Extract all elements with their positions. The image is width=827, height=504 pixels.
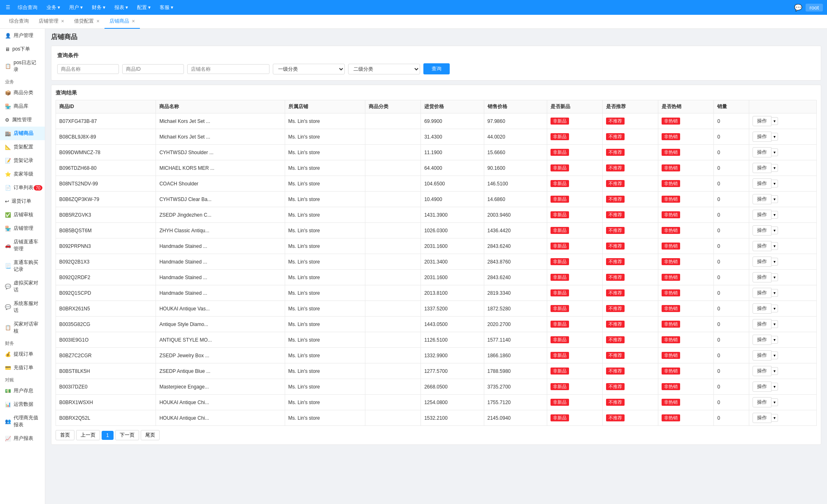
- operation-button[interactable]: 操作: [753, 147, 771, 157]
- hamburger-icon[interactable]: ☰: [4, 3, 12, 12]
- operation-button[interactable]: 操作: [753, 210, 771, 220]
- sidebar-item-seller-level[interactable]: ⭐ 卖家等级: [0, 167, 45, 181]
- sidebar-item-agent-report[interactable]: 👥 代理商充值报表: [0, 411, 45, 432]
- operation-button[interactable]: 操作: [753, 257, 771, 267]
- search-button[interactable]: 查询: [423, 63, 450, 74]
- operation-button[interactable]: 操作: [753, 163, 771, 173]
- sidebar-item-recharge[interactable]: 💳 充值订单: [0, 361, 45, 375]
- operation-button[interactable]: 操作: [753, 241, 771, 251]
- sidebar-item-buyer-audit[interactable]: 📋 买家对话审核: [0, 317, 45, 338]
- operation-dropdown-arrow[interactable]: ▾: [771, 305, 778, 312]
- operation-button[interactable]: 操作: [753, 225, 771, 236]
- operation-button[interactable]: 操作: [753, 350, 771, 361]
- sidebar-item-user-manage[interactable]: 👤 用户管理: [0, 29, 45, 42]
- next-page-btn[interactable]: 下一页: [115, 430, 139, 440]
- sidebar-item-operation-data[interactable]: 📊 运营数据: [0, 398, 45, 411]
- sidebar-item-store-goods[interactable]: 🏬 店铺商品: [0, 127, 45, 140]
- sidebar-item-store-manage[interactable]: 🏪 店铺管理: [0, 222, 45, 235]
- sidebar-item-goods-category[interactable]: 📦 商品分类: [0, 86, 45, 99]
- operation-button[interactable]: 操作: [753, 335, 771, 345]
- level2-category-select[interactable]: 二级分类: [348, 64, 420, 74]
- operation-dropdown-arrow[interactable]: ▾: [771, 414, 778, 422]
- operation-button[interactable]: 操作: [753, 288, 771, 298]
- table-cell: 1337.5200: [421, 301, 484, 317]
- operation-dropdown-arrow[interactable]: ▾: [771, 133, 778, 141]
- operation-dropdown-arrow[interactable]: ▾: [771, 148, 778, 156]
- operation-dropdown-arrow[interactable]: ▾: [771, 242, 778, 250]
- sidebar-item-return-order[interactable]: ↩ 退货订单: [0, 194, 45, 208]
- tab-store-goods[interactable]: 店铺商品 ✕: [105, 15, 140, 29]
- table-cell: 2031.3400: [421, 254, 484, 270]
- nav-item-finance[interactable]: 财务 ▾: [88, 0, 109, 15]
- sidebar-item-goods-warehouse[interactable]: 🏪 商品库: [0, 99, 45, 113]
- store-name-input[interactable]: [187, 64, 269, 74]
- nav-item-overview[interactable]: 综合查询: [14, 0, 42, 15]
- sidebar-item-direct-car[interactable]: 🚗 店铺直通车管理: [0, 235, 45, 256]
- tab-overview[interactable]: 综合查询: [4, 15, 34, 29]
- operation-dropdown-arrow[interactable]: ▾: [771, 273, 778, 281]
- goods-id-input[interactable]: [122, 64, 184, 74]
- operation-dropdown-arrow[interactable]: ▾: [771, 211, 778, 219]
- operation-dropdown-arrow[interactable]: ▾: [771, 320, 778, 328]
- operation-dropdown-arrow[interactable]: ▾: [771, 195, 778, 203]
- last-page-btn[interactable]: 尾页: [141, 430, 160, 440]
- close-icon[interactable]: ✕: [96, 19, 100, 23]
- sidebar-item-virtual-buyer[interactable]: 💬 虚拟买家对话: [0, 276, 45, 297]
- operation-button[interactable]: 操作: [753, 116, 771, 126]
- tab-store-manage[interactable]: 店铺管理 ✕: [34, 15, 69, 29]
- table-cell: B092Q2B1X3: [56, 254, 156, 270]
- nav-item-business[interactable]: 业务 ▾: [42, 0, 64, 15]
- cell-isnew: 非新品: [547, 207, 602, 223]
- operation-button[interactable]: 操作: [753, 381, 771, 392]
- sidebar-item-sys-service[interactable]: 💬 系统客服对话: [0, 297, 45, 317]
- sidebar-item-direct-buy[interactable]: 📃 直通车购买记录: [0, 256, 45, 276]
- sidebar-item-user-report[interactable]: 📈 用户报表: [0, 432, 45, 445]
- operation-button[interactable]: 操作: [753, 132, 771, 142]
- cell-ishot: 非热销: [658, 363, 714, 379]
- sidebar-item-store-review[interactable]: ✅ 店铺审核: [0, 208, 45, 222]
- nav-item-report[interactable]: 报表 ▾: [110, 0, 132, 15]
- sidebar-item-withdraw[interactable]: 💰 提现订单: [0, 347, 45, 361]
- first-page-btn[interactable]: 首页: [56, 430, 74, 440]
- operation-button[interactable]: 操作: [753, 303, 771, 314]
- close-icon[interactable]: ✕: [132, 19, 135, 23]
- operation-button[interactable]: 操作: [753, 413, 771, 423]
- operation-dropdown-arrow[interactable]: ▾: [771, 164, 778, 172]
- tab-loan-config[interactable]: 借贷配置 ✕: [69, 15, 105, 29]
- sidebar-item-order-list[interactable]: 📄 订单列表 70: [0, 181, 45, 194]
- operation-dropdown-arrow[interactable]: ▾: [771, 180, 778, 187]
- operation-button[interactable]: 操作: [753, 319, 771, 329]
- nav-item-service[interactable]: 客服 ▾: [156, 0, 177, 15]
- message-icon[interactable]: 💬: [794, 4, 802, 12]
- close-icon[interactable]: ✕: [61, 19, 64, 23]
- prev-page-btn[interactable]: 上一页: [76, 430, 100, 440]
- sidebar-item-shelf-record[interactable]: 📝 货架记录: [0, 154, 45, 167]
- operation-button[interactable]: 操作: [753, 366, 771, 376]
- operation-dropdown-arrow[interactable]: ▾: [771, 336, 778, 344]
- operation-dropdown-arrow[interactable]: ▾: [771, 367, 778, 375]
- operation-button[interactable]: 操作: [753, 178, 771, 189]
- user-badge[interactable]: root: [806, 4, 823, 12]
- cell-ishot: 非热销: [658, 207, 714, 223]
- operation-dropdown-arrow[interactable]: ▾: [771, 351, 778, 359]
- operation-button[interactable]: 操作: [753, 194, 771, 204]
- nav-item-user[interactable]: 用户 ▾: [65, 0, 87, 15]
- operation-dropdown-arrow[interactable]: ▾: [771, 289, 778, 297]
- operation-dropdown-arrow[interactable]: ▾: [771, 383, 778, 391]
- operation-button[interactable]: 操作: [753, 397, 771, 407]
- sidebar-item-user-balance[interactable]: 💵 用户存息: [0, 384, 45, 398]
- goods-name-input[interactable]: [57, 64, 119, 74]
- operation-dropdown-arrow[interactable]: ▾: [771, 258, 778, 266]
- page-1-btn[interactable]: 1: [102, 431, 114, 440]
- operation-dropdown-arrow[interactable]: ▾: [771, 398, 778, 406]
- level1-category-select[interactable]: 一级分类: [273, 64, 345, 74]
- operation-dropdown-arrow[interactable]: ▾: [771, 227, 778, 234]
- sidebar-item-pos-log[interactable]: 📋 pos日志记录: [0, 56, 45, 76]
- sidebar-item-shelf-config[interactable]: 📐 货架配置: [0, 140, 45, 154]
- cell-isrecommend: 不推荐: [603, 395, 658, 410]
- nav-item-config[interactable]: 配置 ▾: [133, 0, 155, 15]
- operation-button[interactable]: 操作: [753, 272, 771, 282]
- sidebar-item-pos-order[interactable]: 🖥 pos下单: [0, 42, 45, 56]
- sidebar-item-attr-manage[interactable]: ⚙ 属性管理: [0, 113, 45, 127]
- operation-dropdown-arrow[interactable]: ▾: [771, 117, 778, 125]
